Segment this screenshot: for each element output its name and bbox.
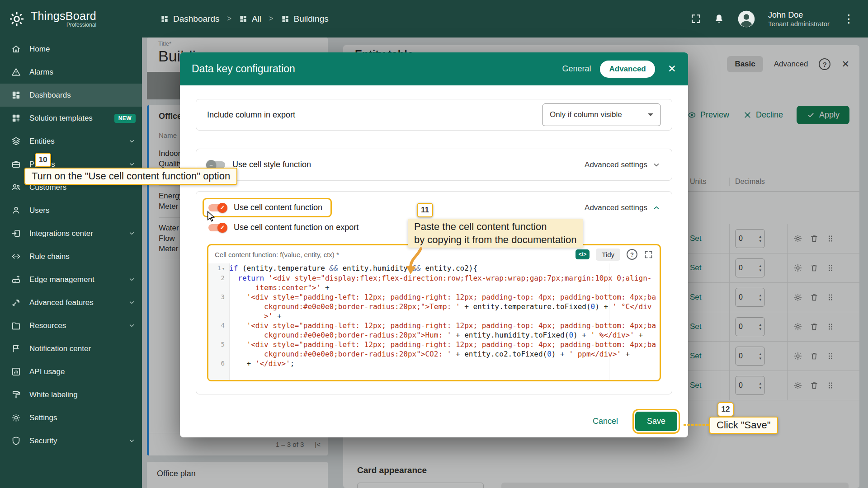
chevron-down-icon <box>128 137 136 145</box>
sidebar-item-label: Home <box>29 45 136 54</box>
line-number: 4 <box>208 321 229 340</box>
sidebar-item-integrations-center[interactable]: Integrations center <box>0 222 142 245</box>
code-content: if (entity.temperature && entity.humidit… <box>229 263 660 273</box>
sidebar-item-notification-center[interactable]: Notification center <box>0 337 142 360</box>
sidebar-item-dashboards[interactable]: Dashboards <box>0 84 142 107</box>
chevron-down-icon <box>652 160 661 169</box>
fullscreen-icon[interactable] <box>690 13 702 24</box>
editor-label: Cell content function: f(value, entity, … <box>215 251 569 258</box>
app-name: ThingsBoard <box>31 9 96 23</box>
code-content: '<div style="padding-left: 12px; padding… <box>229 292 660 321</box>
code-icon[interactable]: </> <box>576 249 590 259</box>
cancel-button[interactable]: Cancel <box>593 417 618 426</box>
sidebar-item-security[interactable]: Security <box>0 429 142 452</box>
breadcrumb: Dashboards>All>Buildings <box>160 14 329 24</box>
sidebar-item-entities[interactable]: Entities <box>0 130 142 153</box>
breadcrumb-item-buildings[interactable]: Buildings <box>281 14 329 24</box>
profiles-icon <box>11 159 21 169</box>
breadcrumb-item-all[interactable]: All <box>239 14 261 24</box>
sidebar-item-white-labeling[interactable]: White labeling <box>0 383 142 406</box>
include-column-section: Include column in export Only if column … <box>196 99 672 131</box>
breadcrumb-label: Buildings <box>294 14 329 24</box>
sidebar-item-label: Dashboards <box>29 91 136 100</box>
sidebar-item-rule-chains[interactable]: Rule chains <box>0 245 142 268</box>
chevron-down-icon <box>128 437 136 445</box>
include-column-select[interactable]: Only if column visible <box>542 103 661 126</box>
code-line: 2 return '<div style="display:flex;flex-… <box>208 273 660 292</box>
grid-icon <box>281 14 290 23</box>
line-number: 1▾ <box>208 263 229 273</box>
chevron-down-icon <box>128 322 136 329</box>
whitelabel-icon <box>11 389 21 400</box>
tab-general[interactable]: General <box>562 64 591 74</box>
user-avatar[interactable] <box>736 9 756 29</box>
sidebar-item-label: Solution templates <box>29 114 106 123</box>
notifications-icon <box>11 343 21 354</box>
cell-content-function-editor: Cell content function: f(value, entity, … <box>207 244 661 381</box>
sidebar-item-label: Alarms <box>29 68 136 77</box>
home-icon <box>11 44 21 54</box>
breadcrumb-item-dashboards[interactable]: Dashboards <box>160 14 219 24</box>
code-content: '<div style="padding-left: 12px; padding… <box>229 321 660 340</box>
step-10-badge: 10 <box>35 153 51 167</box>
breadcrumb-separator: > <box>226 14 231 23</box>
code-content: return '<div style="display:flex;flex-di… <box>229 273 660 292</box>
user-role: Tenant administrator <box>768 20 830 28</box>
grid-icon <box>160 14 169 23</box>
user-block: John Doe Tenant administrator <box>768 10 830 28</box>
editor-help-icon[interactable]: ? <box>627 249 637 260</box>
sidebar-item-resources[interactable]: Resources <box>0 314 142 337</box>
line-number: 3 <box>208 292 229 321</box>
save-button[interactable]: Save <box>635 412 677 431</box>
app-edition: Professional <box>31 22 96 28</box>
editor-toolbar: Cell content function: f(value, entity, … <box>208 245 660 263</box>
dialog-close-icon[interactable]: ✕ <box>668 63 676 75</box>
cell-content-export-label: Use cell content function on export <box>234 223 359 232</box>
step-12-badge: 12 <box>717 402 734 417</box>
sidebar-item-solution-templates[interactable]: Solution templatesNEW <box>0 107 142 130</box>
tab-advanced[interactable]: Advanced <box>600 61 655 78</box>
app-logo[interactable]: ThingsBoard Professional <box>0 0 142 38</box>
dialog-header: Data key configuration General Advanced … <box>180 52 688 85</box>
code-content: + '</div>'; <box>229 359 660 368</box>
more-menu-icon[interactable]: ⋮ <box>841 12 856 25</box>
settings-icon <box>11 413 21 423</box>
code-line: 1▾if (entity.temperature && entity.humid… <box>208 263 660 273</box>
cell-content-advanced-settings[interactable]: Advanced settings <box>585 203 661 212</box>
api-icon <box>11 366 21 377</box>
notifications-bell-icon[interactable] <box>713 13 725 24</box>
step-10-callout: Turn on the "Use cell content function" … <box>24 168 237 185</box>
sidebar-item-label: Rule chains <box>29 252 136 261</box>
step-12-connector <box>684 424 709 426</box>
sidebar-item-home[interactable]: Home <box>0 38 142 61</box>
entities-icon <box>11 136 21 146</box>
line-number: 6 <box>208 359 229 368</box>
chevron-up-icon <box>652 203 661 212</box>
security-icon <box>11 436 21 446</box>
integrations-icon <box>11 228 21 239</box>
cell-style-advanced-settings[interactable]: Advanced settings <box>585 160 661 169</box>
cell-style-section: – Use cell style function Advanced setti… <box>196 149 672 181</box>
sidebar-item-label: Notification center <box>29 344 136 353</box>
alarm-icon <box>11 67 21 77</box>
step-11-badge: 11 <box>417 203 433 217</box>
tidy-button[interactable]: Tidy <box>596 249 620 261</box>
user-name: John Doe <box>768 10 830 20</box>
include-column-value: Only if column visible <box>550 110 622 119</box>
sidebar-item-label: Settings <box>29 413 136 422</box>
sidebar-item-users[interactable]: Users <box>0 199 142 222</box>
sidebar-item-edge-management[interactable]: Edge management <box>0 268 142 291</box>
sidebar-item-api-usage[interactable]: API usage <box>0 360 142 383</box>
code-editor-area[interactable]: 1▾if (entity.temperature && entity.humid… <box>208 263 660 380</box>
sidebar-item-advanced-features[interactable]: Advanced features <box>0 291 142 314</box>
code-lines: 1▾if (entity.temperature && entity.humid… <box>208 263 660 368</box>
cell-content-export-toggle[interactable]: ✓ <box>208 224 226 231</box>
fold-icon: ▾ <box>222 266 225 271</box>
sidebar-item-alarms[interactable]: Alarms <box>0 61 142 84</box>
cell-content-label: Use cell content function <box>234 203 322 212</box>
resources-icon <box>11 320 21 331</box>
step-12-callout: Click "Save" <box>709 417 778 434</box>
editor-fullscreen-icon[interactable] <box>644 250 653 259</box>
sidebar-item-label: Integrations center <box>29 229 120 238</box>
sidebar-item-settings[interactable]: Settings <box>0 406 142 429</box>
